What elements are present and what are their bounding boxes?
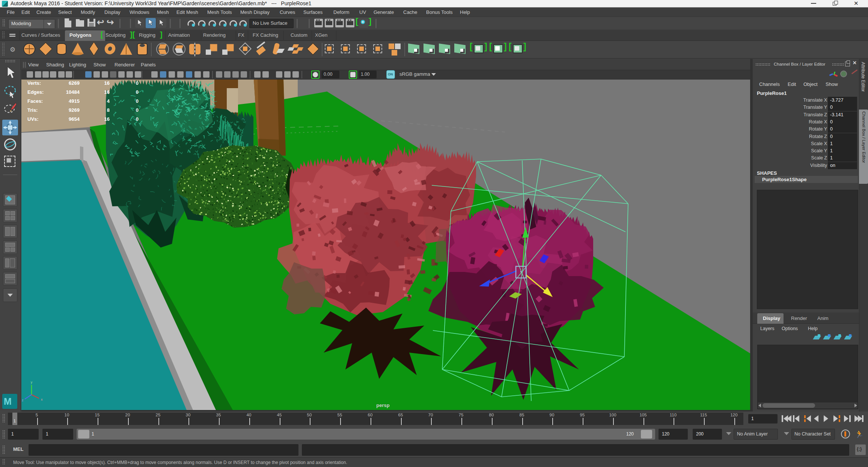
svg-text:Tris:: Tris: [27,107,38,113]
svg-text:x: x [41,398,43,401]
svg-text:0: 0 [136,98,139,104]
svg-text:9654: 9654 [69,116,80,122]
svg-text:Verts:: Verts: [27,80,41,86]
svg-text:8: 8 [107,107,110,113]
svg-text:0: 0 [136,116,139,122]
svg-text:16: 16 [104,116,110,122]
svg-text:0: 0 [136,80,139,86]
svg-text:9269: 9269 [69,107,80,113]
svg-text:Faces:: Faces: [27,98,43,104]
svg-text:16: 16 [104,89,110,95]
svg-text:4915: 4915 [69,98,80,104]
svg-text:y: y [31,380,33,384]
svg-text:0: 0 [136,107,139,113]
svg-text:0: 0 [136,89,139,95]
svg-text:UVs:: UVs: [27,116,39,122]
svg-text:10484: 10484 [66,89,80,95]
svg-text:Edges:: Edges: [27,89,44,95]
svg-text:6269: 6269 [69,80,80,86]
svg-text:z: z [22,398,24,402]
svg-text:16: 16 [104,80,110,86]
svg-text:4: 4 [107,98,110,104]
svg-text:persp: persp [376,402,389,408]
